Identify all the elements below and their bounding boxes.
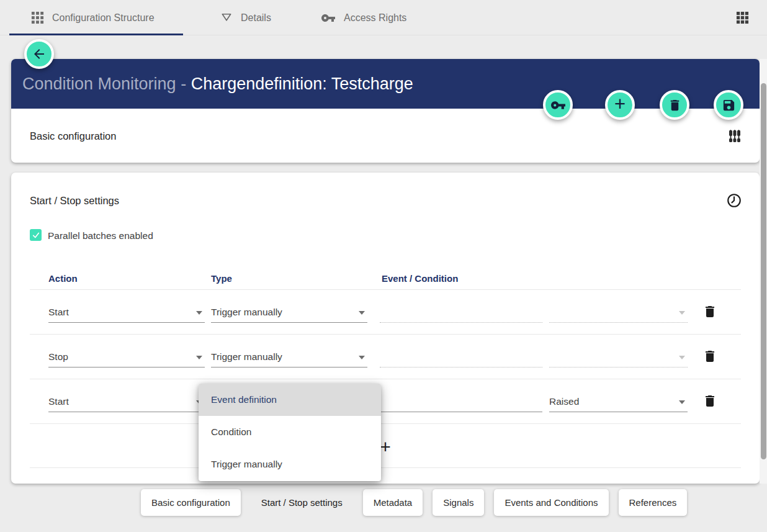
header-card: Condition Monitoring - Chargendefinition… [11,59,760,163]
trash-icon [668,98,682,112]
action-select[interactable]: Start [48,391,205,412]
arrow-left-icon [32,47,47,61]
dropdown-option-event-definition[interactable]: Event definition [199,384,381,416]
parallel-batches-checkbox[interactable] [30,229,42,241]
tab-access-rights[interactable]: Access Rights [321,0,406,35]
grid-icon [31,11,44,24]
chevron-down-icon [679,400,685,404]
basic-configuration-label: Basic configuration [30,130,116,142]
action-value: Start [48,396,69,407]
footer-tab-metadata[interactable]: Metadata [363,489,423,516]
back-button[interactable] [24,39,54,69]
event-condition-field[interactable] [380,302,542,323]
table-row: Start Trigger manually [11,289,760,334]
top-tab-bar: Configuration Structure Details Access R… [0,0,767,35]
chevron-down-icon [196,356,202,359]
basic-configuration-row: Basic configuration [11,109,760,163]
tab-label: Configuration Structure [52,12,155,24]
access-key-button[interactable] [543,90,573,120]
event-condition-field[interactable] [380,391,542,412]
column-header-action: Action [48,273,78,284]
title-band: Condition Monitoring - Chargendefinition… [11,59,760,109]
key-icon [550,97,566,113]
type-select[interactable]: Trigger manually [211,302,367,323]
row-trash-icon[interactable] [702,393,717,409]
chevron-down-icon [359,311,365,315]
footer-section-tabs: Basic configuration Start / Stop setting… [141,489,687,516]
qualifier-select[interactable] [549,302,688,323]
apps-grid-icon[interactable] [736,11,749,24]
type-value: Trigger manually [211,351,282,363]
add-button[interactable]: + [605,90,635,120]
save-icon [722,98,736,112]
clock-icon[interactable] [726,192,742,209]
chevron-down-icon [359,356,365,359]
chevron-down-icon [679,356,685,359]
active-tab-indicator [9,34,183,35]
add-row-button[interactable]: + [11,438,760,456]
qualifier-select[interactable] [549,346,688,367]
action-select[interactable]: Start [48,302,205,323]
title-prefix: Condition Monitoring - [22,74,191,93]
delete-button[interactable] [660,90,689,120]
table-row: Stop Trigger manually [11,334,760,379]
start-stop-settings-title: Start / Stop settings [30,195,119,207]
tune-sliders-icon[interactable] [727,128,742,143]
type-dropdown-menu: Event definition Condition Trigger manua… [199,384,381,481]
row-trash-icon[interactable] [702,348,717,364]
qualifier-select[interactable]: Raised [549,391,688,412]
tab-label: Details [241,12,271,24]
type-value: Trigger manually [211,307,282,318]
chevron-down-icon [196,311,202,315]
screen: Configuration Structure Details Access R… [0,0,767,532]
save-button[interactable] [714,90,743,120]
plus-icon: + [614,94,626,114]
action-value: Start [48,307,69,318]
scrollbar-thumb[interactable] [761,83,766,459]
qualifier-value: Raised [549,396,579,407]
title-main: Chargendefinition: Testcharge [191,74,413,93]
tab-configuration-structure[interactable]: Configuration Structure [31,0,155,35]
tab-label: Access Rights [344,12,406,24]
check-icon [32,231,40,240]
table-row: Start Raised [11,379,760,423]
footer-tab-start-stop-settings[interactable]: Start / Stop settings [251,489,353,516]
table-divider [30,423,741,424]
footer-tab-references[interactable]: References [619,489,688,516]
column-header-type: Type [211,273,232,284]
dropdown-option-trigger-manually[interactable]: Trigger manually [199,448,381,480]
tab-details[interactable]: Details [220,0,271,35]
footer-tab-events-and-conditions[interactable]: Events and Conditions [494,489,608,516]
key-icon [321,11,336,25]
chevron-down-icon [679,311,685,315]
footer-tab-signals[interactable]: Signals [433,489,484,516]
type-select[interactable]: Trigger manually [211,346,367,367]
dropdown-option-condition[interactable]: Condition [199,416,381,448]
action-select[interactable]: Stop [48,346,205,367]
event-condition-field[interactable] [380,346,542,367]
table-divider [30,467,741,468]
page-title: Condition Monitoring - Chargendefinition… [22,74,413,94]
parallel-batches-label: Parallel batches enabled [48,230,153,241]
column-header-event-condition: Event / Condition [382,273,458,284]
funnel-icon [220,12,233,24]
row-trash-icon[interactable] [702,304,717,320]
footer-tab-basic-configuration[interactable]: Basic configuration [141,489,241,516]
action-value: Stop [48,351,68,363]
start-stop-settings-card: Start / Stop settings Parallel batches e… [11,173,760,484]
